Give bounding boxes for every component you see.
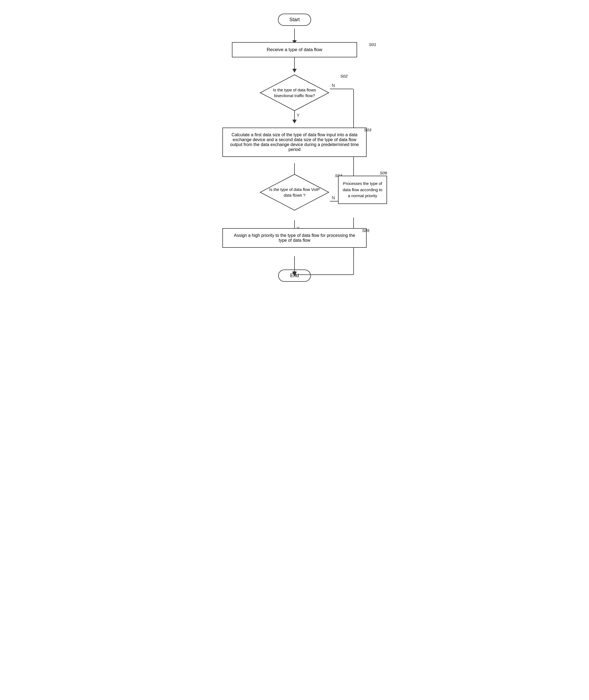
- s02-area: S02 Is the type of data flows bisectiona…: [199, 74, 390, 112]
- s03-process: Calculate a first data size of the type …: [222, 127, 367, 157]
- s04-area: S04 Is the type of data flow VoIP data f…: [199, 173, 390, 211]
- end-terminal: End: [278, 270, 311, 282]
- s05-process: Assign a high priority to the type of da…: [222, 228, 367, 248]
- s03-label: S03: [364, 127, 371, 132]
- s04-decision-text: Is the type of data flow VoIP data flows…: [259, 187, 330, 198]
- s06-label: S06: [380, 170, 387, 175]
- s01-process: Receive a type of data flow: [232, 42, 357, 57]
- s06-process: Processes the type of data flow accordin…: [338, 176, 387, 204]
- svg-marker-3: [292, 69, 297, 73]
- s02-decision: Is the type of data flows bisectional tr…: [259, 74, 330, 112]
- svg-text:Y: Y: [297, 113, 300, 118]
- s02-label: S02: [340, 74, 348, 78]
- start-node: Start: [199, 14, 390, 26]
- s01-label: S01: [369, 42, 376, 47]
- s06-area: S06 Processes the type of data flow acco…: [338, 170, 387, 204]
- s02-decision-text: Is the type of data flows bisectional tr…: [259, 87, 330, 98]
- start-terminal: Start: [278, 14, 311, 26]
- end-node: End: [199, 270, 390, 282]
- s03-area: S03 Calculate a first data size of the t…: [199, 127, 390, 157]
- flowchart-container: Y N N Y Start: [199, 11, 390, 290]
- s01-area: S01 Receive a type of data flow: [199, 42, 390, 57]
- s05-area: S05 Assign a high priority to the type o…: [199, 228, 390, 248]
- s05-label: S05: [362, 228, 369, 233]
- svg-marker-5: [292, 120, 297, 123]
- s04-decision: Is the type of data flow VoIP data flows…: [259, 173, 330, 211]
